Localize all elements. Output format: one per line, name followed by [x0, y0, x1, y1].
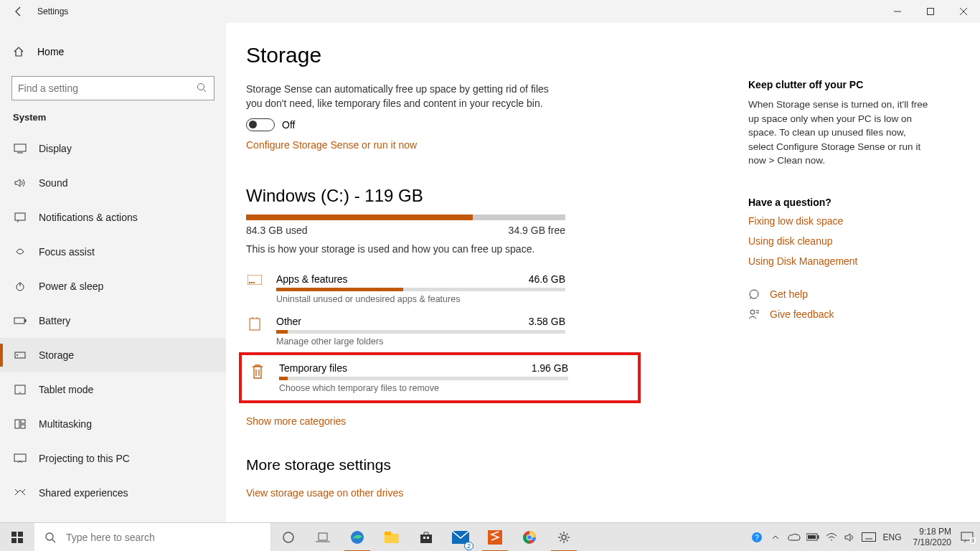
- sidebar-item-focus-assist[interactable]: Focus assist: [0, 235, 226, 269]
- sidebar-item-storage[interactable]: Storage: [0, 338, 226, 372]
- svg-rect-35: [319, 533, 327, 540]
- tray-battery-icon[interactable]: [806, 533, 820, 541]
- tray-onedrive-icon[interactable]: [787, 533, 801, 542]
- taskbar-app-edge[interactable]: [340, 523, 374, 552]
- notification-badge: 3: [970, 537, 976, 544]
- tray-language[interactable]: ENG: [880, 532, 905, 542]
- power-icon: [13, 281, 27, 292]
- tray-action-center-icon[interactable]: 3: [960, 532, 974, 543]
- svg-rect-42: [427, 537, 429, 539]
- sidebar-item-label: Projecting to this PC: [39, 453, 130, 464]
- category-temporary-files[interactable]: Temporary files1.96 GB Choose which temp…: [249, 359, 568, 396]
- taskbar-app-mail[interactable]: 2: [443, 523, 478, 552]
- svg-rect-54: [808, 535, 816, 539]
- svg-point-34: [283, 532, 293, 542]
- sidebar-item-power-sleep[interactable]: Power & sleep: [0, 269, 226, 303]
- highlight-annotation: Temporary files1.96 GB Choose which temp…: [239, 352, 641, 403]
- svg-rect-41: [423, 537, 425, 539]
- configure-storage-sense-link[interactable]: Configure Storage Sense or run it now: [246, 139, 417, 151]
- svg-rect-19: [21, 425, 25, 428]
- start-button[interactable]: [0, 523, 34, 551]
- svg-rect-1: [928, 9, 934, 15]
- get-help-link[interactable]: Get help: [770, 288, 808, 300]
- svg-rect-17: [15, 420, 19, 428]
- multitasking-icon: [13, 419, 27, 429]
- tray-time: 9:18 PM: [913, 527, 951, 537]
- tip-heading: Keep clutter off your PC: [748, 79, 932, 90]
- sidebar-item-projecting[interactable]: Projecting to this PC: [0, 441, 226, 476]
- search-icon: [197, 83, 208, 94]
- svg-rect-6: [14, 144, 26, 151]
- view-storage-other-drives-link[interactable]: View storage usage on other drives: [246, 487, 403, 499]
- taskbar-app-store[interactable]: [409, 523, 443, 552]
- question-heading: Have a question?: [748, 197, 932, 208]
- sidebar-item-battery[interactable]: Battery: [0, 303, 226, 338]
- taskbar-app-settings[interactable]: [547, 523, 581, 552]
- category-name: Apps & features: [276, 273, 348, 285]
- notifications-icon: [13, 212, 27, 222]
- tray-keyboard-icon[interactable]: [862, 532, 876, 542]
- svg-line-5: [204, 90, 207, 93]
- sidebar-item-label: Shared experiences: [39, 487, 128, 499]
- cortana-icon[interactable]: [271, 523, 306, 552]
- sidebar-item-shared-experiences[interactable]: Shared experiences: [0, 476, 226, 510]
- sidebar-item-label: Battery: [39, 315, 70, 326]
- search-input[interactable]: [18, 83, 197, 94]
- category-desc: Uninstall unused or undesired apps & fea…: [276, 294, 565, 304]
- category-desc: Choose which temporary files to remove: [279, 383, 568, 393]
- get-help-icon: [748, 288, 761, 300]
- page-title: Storage: [246, 43, 734, 67]
- taskbar-search[interactable]: Type here to search: [34, 523, 271, 551]
- svg-point-27: [750, 310, 755, 314]
- sidebar: Home System Display Sound Notifications …: [0, 23, 226, 522]
- tray-clock[interactable]: 9:18 PM 7/18/2020: [909, 527, 956, 547]
- maximize-button[interactable]: [914, 0, 947, 23]
- category-name: Temporary files: [279, 362, 347, 374]
- svg-rect-20: [14, 454, 26, 461]
- tray-wifi-icon[interactable]: [824, 533, 839, 542]
- sidebar-home[interactable]: Home: [0, 37, 226, 66]
- search-box[interactable]: [11, 76, 215, 100]
- tablet-icon: [13, 385, 27, 395]
- drive-usage-bar: [246, 215, 565, 220]
- svg-rect-30: [11, 538, 17, 543]
- taskbar-app-chrome[interactable]: [512, 523, 547, 552]
- svg-line-33: [52, 540, 55, 542]
- feedback-icon: [748, 309, 761, 320]
- taskbar-app-sublime[interactable]: [478, 523, 512, 552]
- give-feedback-link[interactable]: Give feedback: [770, 309, 834, 320]
- svg-point-4: [198, 84, 204, 90]
- category-size: 46.6 GB: [529, 273, 565, 285]
- trash-icon: [249, 364, 266, 380]
- tray-volume-icon[interactable]: [843, 532, 857, 542]
- help-link-low-disk-space[interactable]: Fixing low disk space: [748, 215, 932, 227]
- show-more-categories-link[interactable]: Show more categories: [246, 415, 346, 427]
- task-view-icon[interactable]: [306, 523, 340, 552]
- toggle-label: Off: [282, 119, 295, 131]
- svg-point-16: [19, 392, 21, 393]
- storage-sense-toggle[interactable]: [246, 118, 275, 131]
- help-link-disk-cleanup[interactable]: Using disk cleanup: [748, 235, 932, 247]
- sidebar-item-sound[interactable]: Sound: [0, 166, 226, 200]
- category-other[interactable]: Other3.58 GB Manage other large folders: [246, 310, 565, 352]
- sidebar-item-tablet-mode[interactable]: Tablet mode: [0, 372, 226, 407]
- help-link-disk-management[interactable]: Using Disk Management: [748, 255, 932, 267]
- sidebar-home-label: Home: [37, 46, 64, 57]
- apps-icon: [246, 275, 263, 285]
- sidebar-item-multitasking[interactable]: Multitasking: [0, 407, 226, 441]
- back-button[interactable]: [10, 3, 27, 20]
- sidebar-item-display[interactable]: Display: [0, 131, 226, 166]
- svg-rect-29: [18, 532, 23, 537]
- category-apps-features[interactable]: Apps & features46.6 GB Uninstall unused …: [246, 268, 565, 310]
- minimize-button[interactable]: [881, 0, 914, 23]
- tray-chevron-up-icon[interactable]: [768, 533, 783, 542]
- close-button[interactable]: [947, 0, 980, 23]
- tray-help-icon[interactable]: ?: [750, 532, 764, 543]
- svg-text:?: ?: [755, 534, 759, 542]
- svg-rect-31: [18, 538, 23, 543]
- taskbar-app-explorer[interactable]: [374, 523, 409, 552]
- svg-rect-18: [21, 420, 25, 423]
- sidebar-item-notifications[interactable]: Notifications & actions: [0, 200, 226, 235]
- sidebar-item-label: Tablet mode: [39, 384, 93, 395]
- home-icon: [13, 46, 27, 57]
